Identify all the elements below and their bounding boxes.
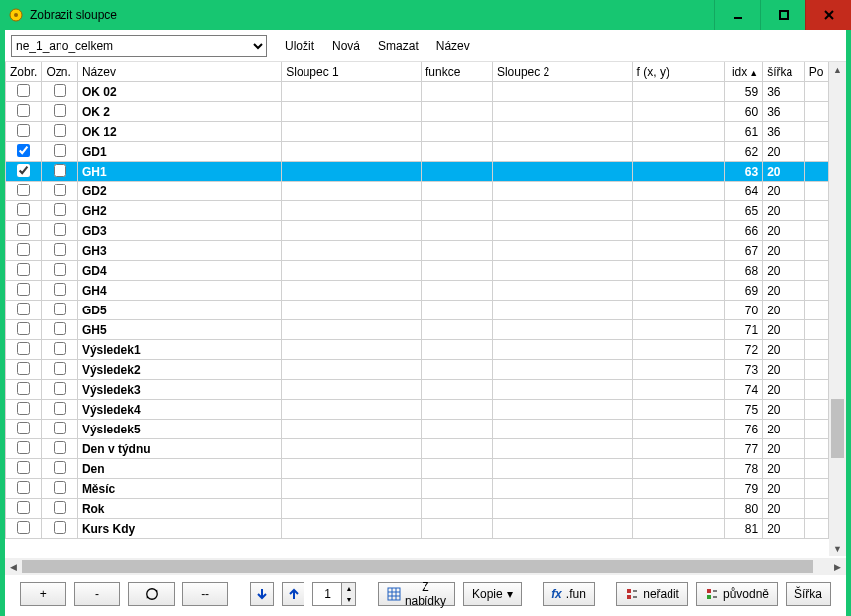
zobr-checkbox[interactable] — [17, 422, 30, 434]
cell-ozn[interactable] — [42, 261, 77, 281]
table-row[interactable]: GH26520 — [6, 201, 829, 221]
zobr-checkbox[interactable] — [17, 481, 30, 494]
delete-link[interactable]: Smazat — [378, 39, 419, 53]
zobr-checkbox[interactable] — [17, 104, 30, 117]
cell-zobr[interactable] — [6, 221, 42, 241]
ozn-checkbox[interactable] — [54, 124, 66, 137]
table-row[interactable]: Kurs Kdy8120 — [6, 519, 829, 539]
plus-button[interactable]: + — [20, 582, 66, 606]
cell-ozn[interactable] — [42, 162, 77, 182]
vertical-scrollbar[interactable]: ▲ ▼ — [829, 62, 846, 556]
cell-zobr[interactable] — [6, 380, 42, 400]
ozn-checkbox[interactable] — [54, 481, 66, 494]
ozn-checkbox[interactable] — [54, 422, 66, 434]
ozn-checkbox[interactable] — [54, 521, 66, 534]
cell-ozn[interactable] — [42, 182, 77, 201]
cell-ozn[interactable] — [42, 241, 77, 261]
col-zobr[interactable]: Zobr. — [6, 62, 42, 82]
horizontal-scrollbar[interactable]: ◀ ▶ — [5, 558, 846, 575]
zobr-checkbox[interactable] — [17, 521, 30, 534]
no-sort-button[interactable]: neřadit — [616, 582, 688, 606]
zobr-checkbox[interactable] — [17, 184, 30, 196]
col-fxy[interactable]: f (x, y) — [632, 62, 724, 82]
cell-zobr[interactable] — [6, 459, 42, 479]
cell-ozn[interactable] — [42, 340, 77, 360]
cell-zobr[interactable] — [6, 400, 42, 420]
table-row[interactable]: Rok8020 — [6, 499, 829, 519]
zobr-checkbox[interactable] — [17, 441, 30, 454]
cell-ozn[interactable] — [42, 82, 77, 102]
table-row[interactable]: OK 126136 — [6, 122, 829, 142]
ozn-checkbox[interactable] — [54, 164, 66, 177]
spin-up[interactable]: ▲ — [341, 583, 355, 594]
zobr-checkbox[interactable] — [17, 501, 30, 514]
table-row[interactable]: GD16220 — [6, 142, 829, 162]
zobr-checkbox[interactable] — [17, 84, 30, 97]
table-row[interactable]: Měsíc7920 — [6, 479, 829, 499]
zobr-checkbox[interactable] — [17, 303, 30, 315]
cell-zobr[interactable] — [6, 162, 42, 182]
save-link[interactable]: Uložit — [285, 39, 314, 53]
cell-zobr[interactable] — [6, 261, 42, 281]
step-value[interactable] — [313, 583, 341, 605]
ozn-checkbox[interactable] — [54, 342, 66, 355]
zobr-checkbox[interactable] — [17, 461, 30, 474]
zobr-checkbox[interactable] — [17, 362, 30, 375]
cell-zobr[interactable] — [6, 142, 42, 162]
ozn-checkbox[interactable] — [54, 203, 66, 216]
ozn-checkbox[interactable] — [54, 461, 66, 474]
ozn-checkbox[interactable] — [54, 441, 66, 454]
original-button[interactable]: původně — [696, 582, 778, 606]
col-ozn[interactable]: Ozn. — [42, 62, 77, 82]
move-up-button[interactable] — [282, 582, 305, 606]
scroll-right-icon[interactable]: ▶ — [829, 558, 846, 575]
cell-zobr[interactable] — [6, 499, 42, 519]
table-row[interactable]: GH57120 — [6, 320, 829, 340]
minimize-button[interactable] — [714, 0, 760, 30]
move-down-button[interactable] — [250, 582, 274, 606]
fun-button[interactable]: fx .fun — [543, 582, 595, 606]
width-button[interactable]: Šířka — [786, 582, 831, 606]
double-minus-button[interactable]: -- — [182, 582, 229, 606]
col-sirka[interactable]: šířka — [763, 62, 805, 82]
cell-ozn[interactable] — [42, 400, 77, 420]
zobr-checkbox[interactable] — [17, 203, 30, 216]
col-sloupec1[interactable]: Sloupec 1 — [282, 62, 422, 82]
ozn-checkbox[interactable] — [54, 223, 66, 236]
scroll-left-icon[interactable]: ◀ — [5, 558, 22, 575]
zobr-checkbox[interactable] — [17, 342, 30, 355]
cell-ozn[interactable] — [42, 439, 77, 459]
cell-zobr[interactable] — [6, 519, 42, 539]
name-link[interactable]: Název — [436, 39, 470, 53]
cell-ozn[interactable] — [42, 360, 77, 380]
cell-ozn[interactable] — [42, 320, 77, 340]
zobr-checkbox[interactable] — [17, 243, 30, 256]
view-selector[interactable]: ne_1_ano_celkem — [11, 35, 267, 57]
table-row[interactable]: GD46820 — [6, 261, 829, 281]
cell-ozn[interactable] — [42, 420, 77, 439]
cell-ozn[interactable] — [42, 479, 77, 499]
ozn-checkbox[interactable] — [54, 362, 66, 375]
ozn-checkbox[interactable] — [54, 303, 66, 315]
table-row[interactable]: Výsledek57620 — [6, 420, 829, 439]
ozn-checkbox[interactable] — [54, 322, 66, 335]
cell-zobr[interactable] — [6, 102, 42, 122]
copy-button[interactable]: Kopie ▾ — [463, 582, 522, 606]
table-row[interactable]: GD36620 — [6, 221, 829, 241]
scroll-down-icon[interactable]: ▼ — [829, 540, 846, 556]
cell-ozn[interactable] — [42, 499, 77, 519]
table-row[interactable]: OK 025936 — [6, 82, 829, 102]
cell-zobr[interactable] — [6, 320, 42, 340]
table-row[interactable]: Den v týdnu7720 — [6, 439, 829, 459]
table-row[interactable]: Výsledek47520 — [6, 400, 829, 420]
ozn-checkbox[interactable] — [54, 263, 66, 276]
ozn-checkbox[interactable] — [54, 243, 66, 256]
maximize-button[interactable] — [760, 0, 805, 30]
cell-zobr[interactable] — [6, 340, 42, 360]
zobr-checkbox[interactable] — [17, 382, 30, 395]
cell-zobr[interactable] — [6, 301, 42, 320]
cell-zobr[interactable] — [6, 439, 42, 459]
zobr-checkbox[interactable] — [17, 283, 30, 296]
table-row[interactable]: Výsledek27320 — [6, 360, 829, 380]
cell-ozn[interactable] — [42, 380, 77, 400]
